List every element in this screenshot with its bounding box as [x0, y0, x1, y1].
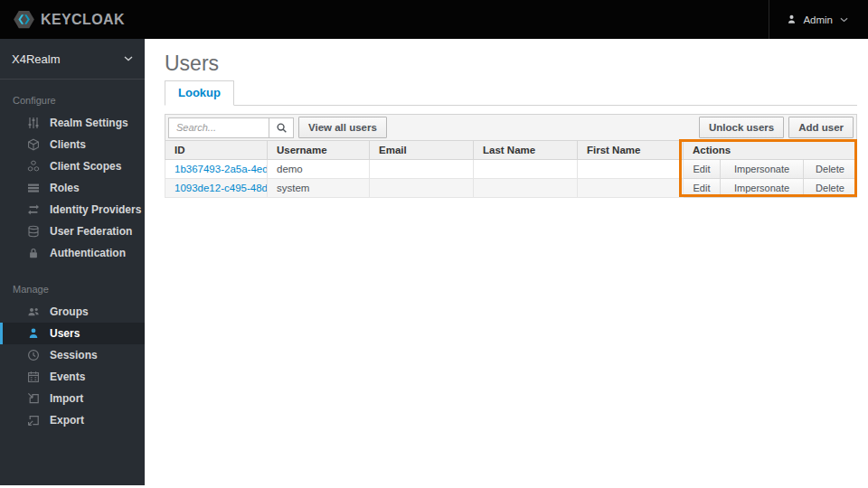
brand-text: KEYCLOAK: [41, 12, 125, 28]
add-user-button[interactable]: Add user: [788, 117, 854, 138]
username-cell: system: [268, 179, 370, 198]
chevron-down-icon: [124, 56, 133, 61]
sidebar-item-realm-settings[interactable]: Realm Settings: [0, 112, 145, 134]
sliders-icon: [26, 117, 40, 130]
cube-icon: [26, 138, 40, 152]
sidebar-section-manage: Manage Groups Users: [0, 280, 145, 431]
impersonate-button[interactable]: Impersonate: [721, 179, 803, 197]
search-icon: [276, 122, 288, 134]
view-all-users-button[interactable]: View all users: [298, 117, 387, 138]
delete-button[interactable]: Delete: [804, 179, 856, 197]
topbar: KEYCLOAK Admin: [0, 0, 868, 39]
impersonate-action-cell: Impersonate: [721, 160, 804, 179]
export-icon: [26, 414, 40, 427]
sidebar-item-user-federation[interactable]: User Federation: [0, 221, 145, 242]
main-content: Users Lookup View all users Unlo: [145, 39, 868, 488]
delete-action-cell: Delete: [804, 179, 857, 198]
search-group: [168, 117, 294, 138]
user-id-cell: 1093de12-c495-48d8-...: [165, 179, 268, 198]
sidebar-item-authentication[interactable]: Authentication: [0, 242, 145, 264]
first-name-cell: [578, 160, 684, 179]
last-name-cell: [474, 179, 578, 198]
first-name-cell: [578, 179, 684, 198]
sidebar-item-client-scopes[interactable]: Client Scopes: [0, 155, 145, 177]
sidebar-item-identity-providers[interactable]: Identity Providers: [0, 199, 145, 221]
group-icon: [26, 305, 40, 319]
realm-selector[interactable]: X4Realm: [0, 39, 145, 80]
column-header-actions: Actions: [684, 141, 857, 160]
database-icon: [26, 225, 40, 239]
column-header-first-name: First Name: [578, 141, 684, 160]
column-header-username: Username: [268, 141, 370, 160]
keycloak-logo-icon: [14, 10, 34, 29]
tab-lookup[interactable]: Lookup: [165, 80, 234, 106]
import-icon: [26, 392, 40, 406]
sidebar-item-events[interactable]: Events: [0, 366, 145, 388]
sidebar-section-configure: Configure Realm Settings Clients: [0, 91, 145, 264]
sidebar-item-users[interactable]: Users: [0, 323, 145, 344]
sidebar-item-label: Realm Settings: [50, 117, 128, 129]
search-input[interactable]: [168, 117, 269, 138]
clock-icon: [26, 349, 40, 362]
user-id-link[interactable]: 1b367493-2a5a-4edc-...: [175, 164, 268, 174]
realm-name: X4Realm: [12, 52, 60, 66]
edit-action-cell: Edit: [684, 160, 721, 179]
sidebar-item-label: Users: [50, 327, 80, 340]
table-row: 1b367493-2a5a-4edc-... demo Edit Imperso…: [165, 160, 857, 179]
impersonate-button[interactable]: Impersonate: [721, 160, 803, 178]
lock-icon: [26, 247, 40, 260]
sidebar-item-clients[interactable]: Clients: [0, 134, 145, 155]
user-id-cell: 1b367493-2a5a-4edc-...: [165, 160, 268, 179]
sidebar-item-roles[interactable]: Roles: [0, 177, 145, 199]
table-header-row: ID Username Email Last Name First Name A…: [165, 141, 857, 160]
user-icon: [26, 327, 40, 341]
sidebar: X4Realm Configure Realm Settings: [0, 39, 145, 485]
sidebar-item-label: Import: [50, 392, 83, 405]
sidebar-item-label: Sessions: [50, 349, 98, 361]
sidebar-item-label: Authentication: [50, 247, 126, 259]
exchange-icon: [26, 203, 40, 217]
sidebar-item-label: Client Scopes: [50, 160, 121, 173]
users-table-container: View all users Unlock users Add user ID …: [165, 114, 857, 198]
column-header-last-name: Last Name: [474, 141, 578, 160]
admin-user-label: Admin: [803, 14, 833, 25]
sidebar-item-import[interactable]: Import: [0, 388, 145, 409]
edit-button[interactable]: Edit: [684, 179, 720, 197]
email-cell: [370, 179, 474, 198]
sidebar-item-label: Groups: [50, 305, 89, 318]
sidebar-item-groups[interactable]: Groups: [0, 301, 145, 323]
unlock-users-button[interactable]: Unlock users: [699, 117, 784, 138]
sidebar-item-label: Clients: [50, 138, 86, 151]
section-label: Configure: [0, 91, 145, 112]
sidebar-item-label: Events: [50, 371, 85, 383]
username-cell: demo: [268, 160, 370, 179]
delete-action-cell: Delete: [804, 160, 857, 179]
sidebar-item-label: Roles: [50, 182, 80, 194]
delete-button[interactable]: Delete: [804, 160, 856, 178]
table-row: 1093de12-c495-48d8-... system Edit Imper…: [165, 179, 857, 198]
app-shell: X4Realm Configure Realm Settings: [0, 39, 868, 488]
sidebar-item-label: User Federation: [50, 225, 132, 238]
search-button[interactable]: [269, 117, 294, 138]
admin-user-menu[interactable]: Admin: [769, 0, 868, 39]
toolbar-right: Unlock users Add user: [699, 117, 854, 138]
page-title: Users: [165, 51, 857, 76]
column-header-email: Email: [370, 141, 474, 160]
calendar-icon: [26, 371, 40, 384]
user-icon: [786, 14, 797, 25]
table-toolbar: View all users Unlock users Add user: [165, 114, 857, 140]
edit-button[interactable]: Edit: [684, 160, 720, 178]
users-table: ID Username Email Last Name First Name A…: [165, 140, 857, 198]
sidebar-item-sessions[interactable]: Sessions: [0, 344, 145, 366]
user-id-link[interactable]: 1093de12-c495-48d8-...: [175, 183, 268, 193]
sidebar-item-label: Export: [50, 414, 84, 427]
section-label: Manage: [0, 280, 145, 301]
tab-bar: Lookup: [165, 80, 857, 106]
impersonate-action-cell: Impersonate: [721, 179, 804, 198]
column-header-id: ID: [165, 141, 268, 160]
sidebar-item-export[interactable]: Export: [0, 409, 145, 431]
list-icon: [26, 182, 40, 195]
cubes-icon: [26, 160, 40, 174]
sidebar-item-label: Identity Providers: [50, 203, 141, 216]
keycloak-logo: KEYCLOAK: [0, 10, 125, 29]
